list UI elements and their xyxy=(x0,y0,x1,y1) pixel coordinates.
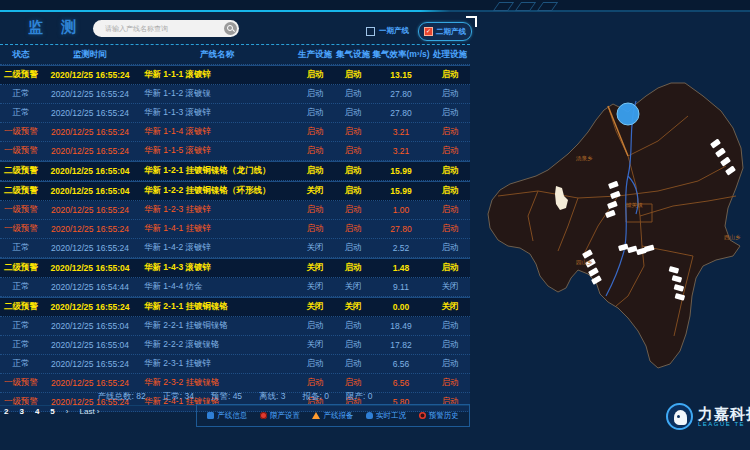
production-facility-state: 关闭 xyxy=(296,262,334,274)
treatment-facility-state: 启动 xyxy=(430,145,470,157)
checkbox-checked-icon[interactable]: ✓ xyxy=(424,27,433,36)
gas-efficiency-value: 15.99 xyxy=(372,186,430,196)
legend-action-item[interactable]: 产线报备 xyxy=(312,411,353,421)
table-row[interactable]: 一级预警 2020/12/25 16:55:24 华新 1-4-1 挂镀锌 启动… xyxy=(0,220,470,239)
legend-action-item[interactable]: 限产设置 xyxy=(260,411,300,421)
status-badge: 正常 xyxy=(0,242,42,254)
line-name: 华新 2-2-2 滚镀镍铬 xyxy=(138,339,296,351)
monitor-time: 2020/12/25 16:55:24 xyxy=(42,378,138,388)
last-page-button[interactable]: Last › xyxy=(79,407,99,416)
district-map[interactable]: 汤泉乡园山乡西山乡城关镇 xyxy=(478,56,750,401)
table-row[interactable]: 二级预警 2020/12/25 16:55:24 华新 1-1-1 滚镀锌 启动… xyxy=(0,65,470,85)
production-facility-state: 启动 xyxy=(296,126,334,138)
page-number[interactable]: 3 xyxy=(19,407,23,416)
col-status: 状态 xyxy=(0,49,42,61)
gas-efficiency-value: 6.56 xyxy=(372,359,430,369)
monitor-time: 2020/12/25 16:55:24 xyxy=(42,89,138,99)
legend-icon xyxy=(419,412,426,419)
search-box[interactable] xyxy=(93,20,239,37)
legend-action-item[interactable]: 实时工况 xyxy=(366,411,406,421)
table-header-row: 状态 监测时间 产线名称 生产设施 集气设施 集气效率(m³/s) 处理设施 xyxy=(0,44,470,65)
monitor-time: 2020/12/25 16:55:24 xyxy=(42,205,138,215)
gas-collection-state: 启动 xyxy=(334,223,372,235)
page-title: 监 测 xyxy=(28,18,83,37)
phase1-filter-label: 一期产线 xyxy=(379,26,409,36)
production-facility-state: 启动 xyxy=(296,358,334,370)
next-page-icon[interactable]: › xyxy=(66,407,69,416)
table-row[interactable]: 一级预警 2020/12/25 16:55:24 华新 1-2-3 挂镀锌 启动… xyxy=(0,201,470,220)
treatment-facility-state: 启动 xyxy=(430,204,470,216)
gas-efficiency-value: 1.48 xyxy=(372,263,430,273)
checkbox-unchecked-icon[interactable] xyxy=(366,27,375,36)
treatment-facility-state: 启动 xyxy=(430,339,470,351)
gas-collection-state: 关闭 xyxy=(334,301,372,313)
production-facility-state: 关闭 xyxy=(296,242,334,254)
table-row[interactable]: 一级预警 2020/12/25 16:55:24 华新 1-1-4 滚镀锌 启动… xyxy=(0,123,470,142)
legend-label: 预警历史 xyxy=(429,411,459,421)
line-name: 华新 1-4-3 滚镀锌 xyxy=(138,262,296,274)
gas-collection-state: 启动 xyxy=(334,145,372,157)
gas-collection-state: 启动 xyxy=(334,320,372,332)
pagination: 2 3 4 5 › Last › xyxy=(4,407,100,416)
table-row[interactable]: 正常 2020/12/25 16:55:24 华新 1-1-3 滚镀锌 启动 启… xyxy=(0,104,470,123)
monitor-time: 2020/12/25 16:55:24 xyxy=(42,224,138,234)
line-name: 华新 1-4-4 仿金 xyxy=(138,281,296,293)
line-name: 华新 1-1-3 滚镀锌 xyxy=(138,107,296,119)
monitor-time: 2020/12/25 16:55:04 xyxy=(42,186,138,196)
table-row[interactable]: 正常 2020/12/25 16:55:24 华新 2-3-1 挂镀锌 启动 启… xyxy=(0,355,470,374)
production-facility-state: 启动 xyxy=(296,145,334,157)
gas-efficiency-value: 13.15 xyxy=(372,70,430,80)
search-input[interactable] xyxy=(103,24,224,33)
table-row[interactable]: 正常 2020/12/25 16:55:24 华新 1-4-2 滚镀锌 关闭 启… xyxy=(0,239,470,258)
gas-collection-state: 关闭 xyxy=(334,281,372,293)
gas-collection-state: 启动 xyxy=(334,339,372,351)
treatment-facility-state: 启动 xyxy=(430,223,470,235)
status-badge: 正常 xyxy=(0,281,42,293)
page-number[interactable]: 4 xyxy=(35,407,39,416)
table-row[interactable]: 正常 2020/12/25 16:55:04 华新 2-2-2 滚镀镍铬 关闭 … xyxy=(0,336,470,355)
treatment-facility-state: 启动 xyxy=(430,320,470,332)
treatment-facility-state: 关闭 xyxy=(430,281,470,293)
monitoring-table: 状态 监测时间 产线名称 生产设施 集气设施 集气效率(m³/s) 处理设施 二… xyxy=(0,44,470,412)
status-badge: 一级预警 xyxy=(0,145,42,157)
monitor-time: 2020/12/25 16:55:04 xyxy=(42,340,138,350)
monitor-time: 2020/12/25 16:55:04 xyxy=(42,263,138,273)
line-name: 华新 1-2-2 挂镀铜镍铬（环形线） xyxy=(138,185,296,197)
table-row[interactable]: 二级预警 2020/12/25 16:55:24 华新 2-1-1 挂镀铜镍铬 … xyxy=(0,297,470,317)
status-badge: 一级预警 xyxy=(0,223,42,235)
treatment-facility-state: 启动 xyxy=(430,358,470,370)
legend-action-item[interactable]: 产线信息 xyxy=(207,411,247,421)
production-facility-state: 启动 xyxy=(296,223,334,235)
phase1-filter-checkbox[interactable]: 一期产线 xyxy=(366,26,409,36)
page-number[interactable]: 2 xyxy=(4,407,8,416)
monitor-time: 2020/12/25 16:55:24 xyxy=(42,146,138,156)
table-row[interactable]: 正常 2020/12/25 16:54:44 华新 1-4-4 仿金 关闭 关闭… xyxy=(0,278,470,297)
table-row[interactable]: 正常 2020/12/25 16:55:24 华新 1-1-2 滚镀镍 启动 启… xyxy=(0,85,470,104)
treatment-facility-state: 启动 xyxy=(430,165,470,177)
treatment-facility-state: 启动 xyxy=(430,242,470,254)
col-eff: 集气效率(m³/s) xyxy=(372,49,430,61)
line-name: 华新 1-1-4 滚镀锌 xyxy=(138,126,296,138)
search-icon[interactable] xyxy=(224,22,237,35)
summary-stat: 离线: 3 xyxy=(259,391,285,403)
gas-efficiency-value: 3.21 xyxy=(372,146,430,156)
table-row[interactable]: 一级预警 2020/12/25 16:55:24 华新 1-1-5 滚镀锌 启动… xyxy=(0,142,470,161)
status-badge: 一级预警 xyxy=(0,126,42,138)
gas-collection-state: 启动 xyxy=(334,242,372,254)
phase2-filter-button[interactable]: ✓ 二期产线 xyxy=(418,22,472,41)
table-row[interactable]: 二级预警 2020/12/25 16:55:04 华新 1-2-1 挂镀铜镍铬（… xyxy=(0,161,470,181)
page-number[interactable]: 5 xyxy=(50,407,54,416)
production-facility-state: 关闭 xyxy=(296,301,334,313)
production-facility-state: 关闭 xyxy=(296,281,334,293)
treatment-facility-state: 启动 xyxy=(430,185,470,197)
table-row[interactable]: 二级预警 2020/12/25 16:55:04 华新 1-4-3 滚镀锌 关闭… xyxy=(0,258,470,278)
table-row[interactable]: 二级预警 2020/12/25 16:55:04 华新 1-2-2 挂镀铜镍铬（… xyxy=(0,181,470,201)
status-badge: 二级预警 xyxy=(0,185,42,197)
gas-collection-state: 启动 xyxy=(334,262,372,274)
gas-efficiency-value: 2.52 xyxy=(372,243,430,253)
status-badge: 二级预警 xyxy=(0,165,42,177)
table-row[interactable]: 正常 2020/12/25 16:55:04 华新 2-2-1 挂镀铜镍铬 启动… xyxy=(0,317,470,336)
monitor-time: 2020/12/25 16:55:24 xyxy=(42,243,138,253)
legend-action-item[interactable]: 预警历史 xyxy=(419,411,459,421)
map-cluster-marker[interactable] xyxy=(617,103,639,125)
